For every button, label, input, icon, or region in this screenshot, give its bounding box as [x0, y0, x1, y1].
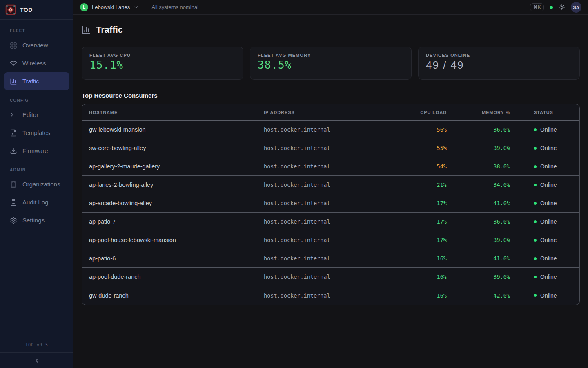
cpu-load-cell: 16%	[385, 255, 447, 262]
topbar-right: ⌘K SA	[530, 2, 581, 13]
status-label: Online	[540, 145, 557, 151]
stat-value: 15.1%	[89, 59, 236, 71]
sidebar-item-firmware[interactable]: Firmware	[4, 142, 69, 159]
status-cell: Online	[510, 274, 579, 280]
sidebar-item-audit-log[interactable]: Audit Log	[4, 193, 69, 211]
table-row[interactable]: ap-patio-7host.docker.internal17%36.0%On…	[82, 213, 579, 231]
stat-value: 49 / 49	[426, 59, 572, 72]
status-cell: Online	[510, 255, 579, 262]
table-row[interactable]: gw-dude-ranchhost.docker.internal16%42.0…	[82, 286, 579, 305]
table-row[interactable]: ap-gallery-2-maude-galleryhost.docker.in…	[82, 157, 579, 176]
table-row[interactable]: ap-pool-dude-ranchhost.docker.internal16…	[82, 268, 579, 286]
status-cell: Online	[510, 163, 579, 170]
page-title-row: Traffic	[82, 25, 580, 35]
online-status-dot	[534, 257, 537, 260]
download-icon	[10, 147, 17, 155]
bar-chart-icon	[82, 25, 91, 34]
memory-cell: 42.0%	[447, 292, 510, 299]
table-header-row: HOSTNAMEIP ADDRESSCPU LOADMEMORY %STATUS	[82, 104, 579, 121]
stats-row: FLEET AVG CPU15.1%FLEET AVG MEMORY38.5%D…	[82, 47, 580, 80]
nav-section-label-fleet: FLEET	[0, 29, 74, 33]
online-status-dot	[534, 239, 537, 242]
command-palette-shortcut[interactable]: ⌘K	[530, 3, 544, 11]
nav-section-label-config: CONFIG	[0, 98, 74, 103]
sidebar-item-label: Editor	[22, 111, 38, 118]
topbar-divider	[145, 4, 145, 11]
table-row[interactable]: gw-lebowski-mansionhost.docker.internal5…	[82, 121, 579, 139]
sidebar-item-settings[interactable]: Settings	[4, 211, 69, 229]
memory-cell: 38.0%	[447, 163, 510, 170]
ip-address-cell: host.docker.internal	[264, 237, 385, 243]
status-label: Online	[540, 237, 557, 243]
memory-cell: 39.0%	[447, 145, 510, 151]
terminal-icon	[10, 111, 17, 119]
sidebar-nav: FLEETOverviewWirelessTrafficCONFIGEditor…	[0, 20, 74, 343]
sidebar-item-templates[interactable]: Templates	[4, 124, 69, 141]
stat-card-fleet-avg-memory: FLEET AVG MEMORY38.5%	[250, 47, 412, 80]
grid-icon	[10, 42, 17, 49]
sidebar-footer: TOD v9.5	[0, 343, 74, 368]
chevron-left-icon	[33, 357, 40, 364]
cpu-load-cell: 16%	[385, 274, 447, 280]
app-logo-icon	[5, 4, 16, 15]
table-section-title: Top Resource Consumers	[82, 92, 580, 99]
cpu-load-cell: 17%	[385, 237, 447, 243]
sidebar-item-label: Wireless	[22, 60, 46, 67]
building-icon	[10, 181, 17, 188]
status-label: Online	[540, 274, 557, 280]
status-cell: Online	[510, 126, 579, 133]
hostname-cell: ap-patio-6	[82, 255, 264, 262]
memory-cell: 39.0%	[447, 274, 510, 280]
table-body: gw-lebowski-mansionhost.docker.internal5…	[82, 121, 579, 305]
file-icon	[10, 129, 17, 137]
status-cell: Online	[510, 237, 579, 243]
status-label: Online	[540, 182, 557, 188]
clipboard-icon	[10, 199, 17, 206]
sidebar-item-wireless[interactable]: Wireless	[4, 54, 69, 72]
connection-status-dot	[550, 6, 553, 9]
sidebar-item-label: Organizations	[22, 181, 60, 188]
sidebar-item-overview[interactable]: Overview	[4, 36, 69, 54]
user-avatar[interactable]: SA	[571, 2, 581, 13]
status-label: Online	[540, 292, 557, 299]
online-status-dot	[534, 294, 537, 297]
ip-address-cell: host.docker.internal	[264, 200, 385, 206]
ip-address-cell: host.docker.internal	[264, 255, 385, 262]
wifi-icon	[10, 60, 17, 67]
ip-address-cell: host.docker.internal	[264, 145, 385, 151]
sidebar: TOD FLEETOverviewWirelessTrafficCONFIGEd…	[0, 0, 74, 368]
cpu-load-cell: 17%	[385, 218, 447, 225]
ip-address-cell: host.docker.internal	[264, 126, 385, 133]
memory-cell: 36.0%	[447, 218, 510, 225]
sidebar-item-editor[interactable]: Editor	[4, 106, 69, 123]
online-status-dot	[534, 184, 537, 186]
hostname-cell: gw-dude-ranch	[82, 292, 264, 299]
nav-section-label-admin: ADMIN	[0, 168, 74, 172]
cpu-load-cell: 54%	[385, 163, 447, 170]
status-label: Online	[540, 200, 557, 206]
status-label: Online	[540, 126, 557, 133]
stat-label: FLEET AVG CPU	[89, 53, 236, 58]
table-row[interactable]: sw-core-bowling-alleyhost.docker.interna…	[82, 139, 579, 157]
status-cell: Online	[510, 182, 579, 188]
table-row[interactable]: ap-lanes-2-bowling-alleyhost.docker.inte…	[82, 176, 579, 194]
cpu-load-cell: 17%	[385, 200, 447, 206]
theme-toggle-button[interactable]	[559, 4, 565, 11]
sidebar-item-organizations[interactable]: Organizations	[4, 175, 69, 193]
table-row[interactable]: ap-patio-6host.docker.internal16%41.0%On…	[82, 249, 579, 268]
memory-cell: 36.0%	[447, 126, 510, 133]
sidebar-item-label: Templates	[22, 129, 50, 136]
memory-cell: 41.0%	[447, 200, 510, 206]
memory-cell: 41.0%	[447, 255, 510, 262]
status-label: Online	[540, 255, 557, 262]
cpu-load-cell: 56%	[385, 126, 447, 133]
hostname-cell: ap-pool-dude-ranch	[82, 274, 264, 280]
cpu-load-cell: 16%	[385, 292, 447, 299]
sidebar-item-traffic[interactable]: Traffic	[4, 72, 69, 90]
org-selector[interactable]: L Lebowski Lanes	[80, 3, 139, 11]
table-row[interactable]: ap-pool-house-lebowski-mansionhost.docke…	[82, 231, 579, 249]
ip-address-cell: host.docker.internal	[264, 218, 385, 225]
hostname-cell: ap-arcade-bowling-alley	[82, 200, 264, 206]
table-row[interactable]: ap-arcade-bowling-alleyhost.docker.inter…	[82, 194, 579, 213]
sidebar-collapse-button[interactable]	[0, 352, 74, 368]
